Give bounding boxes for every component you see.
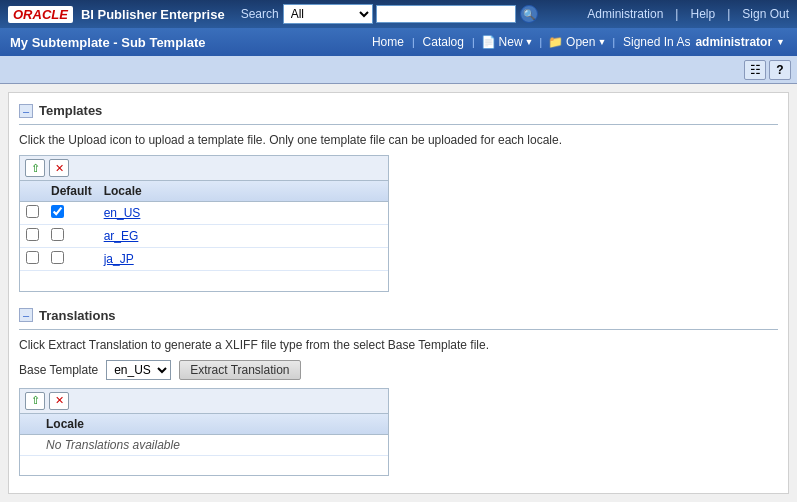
open-dropdown[interactable]: 📁 Open ▼ [542,28,612,56]
navbar: My Subtemplate - Sub Template Home | Cat… [0,28,797,56]
search-label: Search [241,7,279,21]
new-icon: 📄 [481,35,496,49]
translations-table-toolbar: ⇧ ✕ [20,389,388,414]
app-title: BI Publisher Enterprise [81,7,225,22]
translations-title: Translations [39,308,116,323]
new-label: New [499,35,523,49]
templates-upload-button[interactable]: ⇧ [25,159,45,177]
translations-upload-button[interactable]: ⇧ [25,392,45,410]
table-row: en_US [20,202,388,225]
col-select [20,181,45,202]
col-default: Default [45,181,98,202]
templates-table-container: ⇧ ✕ Default Locale en_US [19,155,389,292]
translations-description: Click Extract Translation to generate a … [19,338,778,352]
row2-default-checkbox[interactable] [51,228,64,241]
templates-divider [19,124,778,125]
col-locale: Locale [98,181,388,202]
translations-table-container: ⇧ ✕ Locale No Translations available [19,388,389,477]
page-title: My Subtemplate - Sub Template [10,35,364,50]
base-template-row: Base Template en_US ar_EG ja_JP Extract … [19,360,778,380]
signed-in-label: Signed In As [623,35,690,49]
trans-col-locale: Locale [40,414,388,435]
new-arrow-icon: ▼ [525,37,534,47]
no-data-row: No Translations available [20,434,388,455]
oracle-logo: ORACLE [8,6,73,23]
row1-locale-link[interactable]: en_US [104,206,141,220]
templates-description: Click the Upload icon to upload a templa… [19,133,778,147]
base-template-select[interactable]: en_US ar_EG ja_JP [106,360,171,380]
row3-checkbox[interactable] [26,251,39,264]
layout-button[interactable]: ☷ [744,60,766,80]
translations-divider [19,329,778,330]
table-row: ja_JP [20,248,388,271]
templates-toggle[interactable]: – [19,104,33,118]
base-template-label: Base Template [19,363,98,377]
table-row: ar_EG [20,225,388,248]
templates-section-header: – Templates [19,103,778,118]
open-label: Open [566,35,595,49]
no-translations-text: No Translations available [40,434,388,455]
translations-section-header: – Translations [19,308,778,323]
nav-links: Home | Catalog | 📄 New ▼ | 📁 Open ▼ | Si… [364,28,793,56]
search-input[interactable] [376,5,516,23]
row3-default-checkbox[interactable] [51,251,64,264]
templates-table: Default Locale en_US ar_EG [20,181,388,291]
link-separator: | [675,7,678,21]
open-arrow-icon: ▼ [597,37,606,47]
trans-col-select [20,414,40,435]
catalog-link[interactable]: Catalog [415,28,472,56]
help-button[interactable]: ? [769,60,791,80]
table-row-empty2 [20,455,388,475]
row2-checkbox[interactable] [26,228,39,241]
home-link[interactable]: Home [364,28,412,56]
username-label: administrator [695,35,772,49]
templates-table-toolbar: ⇧ ✕ [20,156,388,181]
folder-icon: 📁 [548,35,563,49]
search-scope-select[interactable]: All [283,4,373,24]
help-link[interactable]: Help [690,7,715,21]
extract-translation-button[interactable]: Extract Translation [179,360,300,380]
row1-checkbox[interactable] [26,205,39,218]
new-dropdown[interactable]: 📄 New ▼ [475,28,540,56]
main-content: – Templates Click the Upload icon to upl… [8,92,789,494]
top-links: Administration | Help | Sign Out [587,7,789,21]
user-arrow-icon: ▼ [776,37,785,47]
translations-delete-button[interactable]: ✕ [49,392,69,410]
signout-link[interactable]: Sign Out [742,7,789,21]
row2-locale-link[interactable]: ar_EG [104,229,139,243]
administration-link[interactable]: Administration [587,7,663,21]
row1-default-checkbox[interactable] [51,205,64,218]
toolbar-bar: ☷ ? [0,56,797,84]
link-separator2: | [727,7,730,21]
templates-delete-button[interactable]: ✕ [49,159,69,177]
translations-table: Locale No Translations available [20,414,388,476]
search-button[interactable]: 🔍 [520,5,538,23]
table-row-empty [20,271,388,291]
templates-title: Templates [39,103,102,118]
topbar: ORACLE BI Publisher Enterprise Search Al… [0,0,797,28]
row3-locale-link[interactable]: ja_JP [104,252,134,266]
signed-in-block: Signed In As administrator ▼ [615,31,793,53]
translations-toggle[interactable]: – [19,308,33,322]
